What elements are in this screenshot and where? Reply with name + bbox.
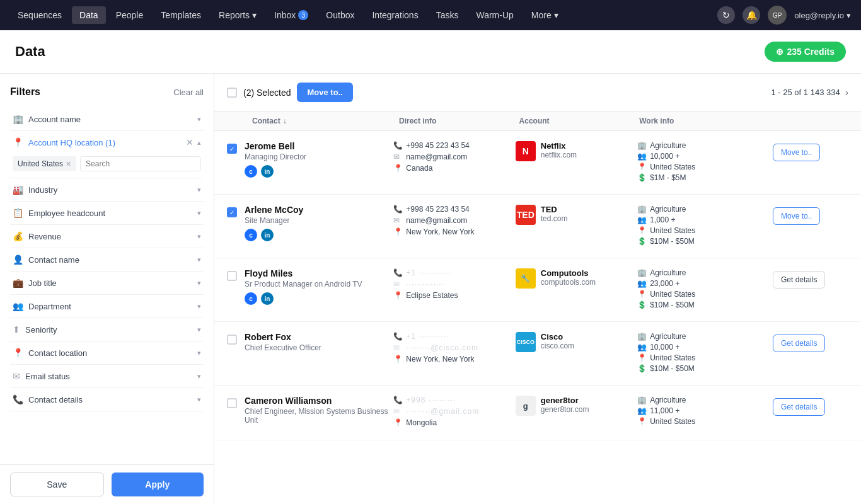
chevron-down-icon: ▾ [197,209,201,217]
nav-outbox[interactable]: Outbox [318,6,362,24]
linkedin-icon[interactable]: in [261,229,274,241]
crunchbase-icon[interactable]: c [245,229,257,241]
get-details-button[interactable]: Get details [773,335,825,352]
filter-contact-location-header[interactable]: 📍 Contact location ▾ [10,341,204,364]
pagination-next-arrow[interactable]: › [845,87,848,98]
chevron-down-icon: ▾ [197,256,201,264]
filter-contact-details-header[interactable]: 📞 Contact details ▾ [10,388,204,411]
headcount-icon: 📋 [13,208,23,218]
user-menu[interactable]: oleg@reply.io ▾ [794,11,851,20]
get-details-button[interactable]: Get details [773,271,825,289]
linkedin-icon[interactable]: in [261,292,274,305]
col-header-work-info: Work info [639,117,773,125]
tag-remove-icon[interactable]: ✕ [66,160,71,168]
contact-name: Arlene McCoy [245,205,393,215]
revenue-icon: 💲 [637,301,646,309]
filter-seniority-header[interactable]: ⬆ Seniority ▾ [10,318,204,341]
filters-title: Filters [10,86,40,98]
linkedin-icon[interactable]: in [261,165,274,178]
row-checkbox-4[interactable] [227,335,237,345]
work-col: 🏢 Agriculture 👥 23,000 + 📍 United States… [637,268,773,311]
select-all-checkbox[interactable] [227,88,237,98]
pagination-text: 1 - 25 of 1 143 334 [771,88,840,97]
filter-department-header[interactable]: 👥 Department ▾ [10,295,204,318]
map-pin-icon: 📍 [13,348,23,358]
account-col: N Netflix netflix.com [516,141,637,161]
direct-info: 📞 +1 ··········· ✉ ·········@cisco.com 📍… [393,332,515,366]
department-icon: 👥 [13,301,23,311]
chevron-down-icon: ▾ [197,279,201,287]
filter-contact-name-header[interactable]: 👤 Contact name ▾ [10,248,204,271]
nav-more[interactable]: More ▾ [524,6,566,24]
filter-employee-headcount: 📋 Employee headcount ▾ [10,202,204,225]
remove-filter-icon[interactable]: ✕ [186,137,194,147]
email-icon: ✉ [393,407,402,416]
chevron-down-icon: ▾ [197,396,201,404]
nav-inbox[interactable]: Inbox 3 [267,6,316,24]
filter-revenue-header[interactable]: 💰 Revenue ▾ [10,225,204,248]
nav-reports[interactable]: Reports ▾ [211,6,264,24]
row-checkbox-1[interactable]: ✓ [227,144,237,154]
credits-button[interactable]: ⊕ 235 Credits [765,42,846,62]
filter-email-status-header[interactable]: ✉ Email status ▾ [10,365,204,387]
company-logo: TED [516,205,536,225]
row-move-to-button[interactable]: Move to.. [773,207,820,225]
chevron-down-icon: ▾ [197,326,201,334]
crunchbase-icon[interactable]: c [245,165,257,178]
row-checkbox-3[interactable] [227,271,237,281]
crunchbase-icon[interactable]: c [245,292,257,305]
sort-icon[interactable]: ↓ [283,117,287,125]
filter-job-title-header[interactable]: 💼 Job title ▾ [10,272,204,294]
email-icon: ✉ [393,216,402,225]
location-icon: 📍 [637,353,646,362]
location-icon: 📍 [393,227,402,236]
filter-contact-name: 👤 Contact name ▾ [10,248,204,272]
nav-integrations[interactable]: Integrations [364,6,425,24]
filter-hq-location-header[interactable]: 📍 Account HQ location (1) ✕ ▴ [10,131,204,154]
nav-templates[interactable]: Templates [153,6,209,24]
location-search-input[interactable] [80,156,201,171]
clear-all-button[interactable]: Clear all [173,88,204,97]
row-checkbox-2[interactable]: ✓ [227,207,237,217]
nav-people[interactable]: People [108,6,151,24]
row-move-to-button[interactable]: Move to.. [773,144,820,161]
contact-title: Managing Director [245,152,393,161]
save-button[interactable]: Save [10,472,104,496]
nav-data[interactable]: Data [72,6,106,24]
table-row: Robert Fox Chief Executive Officer 📞 +1 … [214,322,861,386]
company-name: TED [541,205,568,214]
content-toolbar: (2) Selected Move to.. 1 - 25 of 1 143 3… [214,74,861,112]
company-domain: ted.com [541,214,568,223]
refresh-icon[interactable]: ↻ [717,6,735,24]
nav-sequences[interactable]: Sequences [10,6,69,24]
filter-industry-header[interactable]: 🏭 Industry ▾ [10,178,204,201]
direct-info: 📞 +998 45 223 43 54 ✉ name@gmail.com 📍 C… [393,141,515,175]
avatar[interactable]: GP [768,6,787,25]
nav-warmup[interactable]: Warm-Up [468,6,521,24]
direct-info: 📞 +998 45 223 43 54 ✉ name@gmail.com 📍 N… [393,205,515,239]
direct-info: 📞 +1 ············ ✉ ·············· 📍 Ecl… [393,268,515,302]
location-icon: 📍 [637,226,646,235]
chevron-down-icon: ▾ [197,186,201,194]
filter-account-name-header[interactable]: 🏢 Account name ▾ [10,108,204,130]
location-tag: United States ✕ [13,156,76,171]
industry-icon: 🏢 [637,332,646,341]
company-domain: gener8tor.com [541,405,589,414]
row-checkbox-5[interactable] [227,398,237,408]
nav-tasks[interactable]: Tasks [429,6,466,24]
filter-headcount-header[interactable]: 📋 Employee headcount ▾ [10,202,204,224]
account-col: CISCO Cisco cisco.com [516,332,637,352]
filter-job-title: 💼 Job title ▾ [10,272,204,295]
get-details-button[interactable]: Get details [773,398,825,416]
table-row: ✓ Jerome Bell Managing Director c in 📞 +… [214,131,861,195]
work-col: 🏢 Agriculture 👥 10,000 + 📍 United States… [637,141,773,184]
company-logo: 🔧 [516,268,536,289]
chevron-down-icon: ▾ [197,372,201,381]
col-header-direct-info: Direct info [399,117,519,125]
chevron-down-icon-user: ▾ [847,11,851,20]
notifications-icon[interactable]: 🔔 [743,6,760,24]
apply-button[interactable]: Apply [112,472,204,496]
nav-right: ↻ 🔔 GP oleg@reply.io ▾ [717,6,851,25]
company-domain: cisco.com [541,341,574,350]
move-to-button[interactable]: Move to.. [297,83,352,102]
